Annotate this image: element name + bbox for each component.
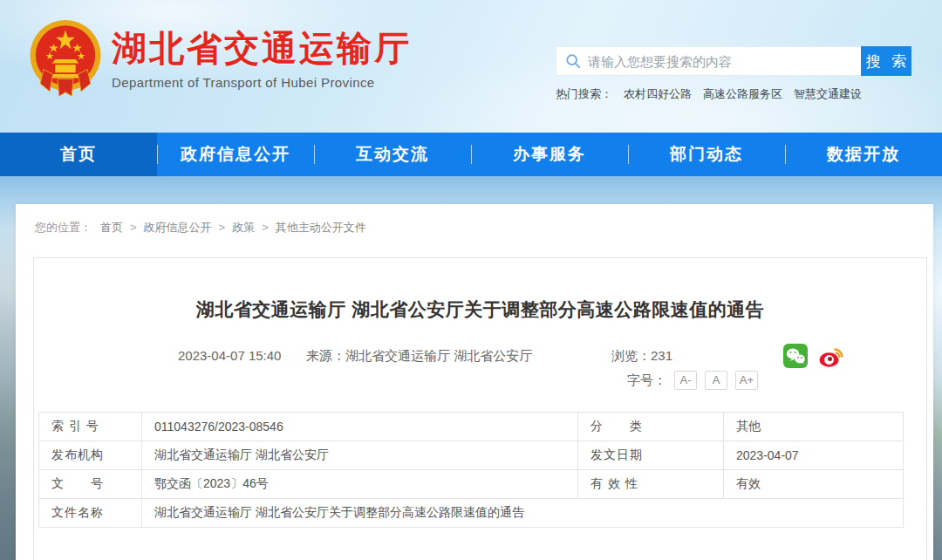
breadcrumb-separator: >: [262, 221, 269, 234]
views-label: 浏览：: [611, 348, 651, 363]
publish-time: 2023-04-07 15:40: [178, 348, 281, 363]
font-size-decrease-button[interactable]: A-: [674, 371, 697, 390]
font-size-control: 字号： A- A A+: [627, 371, 758, 390]
table-row: 文件名称 湖北省交通运输厅 湖北省公安厅关于调整部分高速公路限速值的通告: [39, 499, 904, 528]
hot-search-link[interactable]: 智慧交通建设: [794, 87, 862, 100]
search-button[interactable]: 搜 索: [861, 46, 911, 76]
table-row: 文 号 鄂交函〔2023〕46号 有 效 性 有效: [39, 470, 904, 499]
field-value-index-no: 011043276/2023-08546: [142, 413, 578, 441]
site-title: 湖北省交通运输厅: [112, 29, 412, 67]
content-card: 您的位置：首页>政府信息公开>政策>其他主动公开文件 湖北省交通运输厅 湖北省公…: [16, 204, 933, 560]
breadcrumb-item-gov-info[interactable]: 政府信息公开: [144, 221, 212, 234]
table-row: 索 引 号 011043276/2023-08546 分 类 其他: [39, 413, 904, 441]
nav-item-department-news[interactable]: 部门动态: [628, 133, 785, 176]
search-box: [556, 46, 861, 76]
national-emblem-logo: [26, 17, 105, 99]
field-label-issue-date: 发文日期: [578, 441, 724, 470]
hot-search-link[interactable]: 农村四好公路: [624, 87, 692, 100]
font-size-label: 字号：: [627, 372, 666, 389]
weibo-share-icon[interactable]: [818, 343, 844, 369]
breadcrumb: 您的位置：首页>政府信息公开>政策>其他主动公开文件: [16, 204, 933, 236]
article-meta: 2023-04-07 15:40 来源：湖北省交通运输厅 湖北省公安厅 浏览：2…: [34, 322, 926, 412]
search-area: 搜 索 热门搜索：农村四好公路高速公路服务区智慧交通建设: [556, 46, 913, 102]
field-label-doc-number: 文 号: [39, 470, 142, 499]
nav-item-home[interactable]: 首页: [0, 133, 157, 176]
field-label-index-no: 索 引 号: [39, 413, 142, 441]
document-info-table: 索 引 号 011043276/2023-08546 分 类 其他 发布机构 湖…: [38, 412, 904, 528]
font-size-increase-button[interactable]: A+: [735, 371, 758, 390]
breadcrumb-label: 您的位置：: [35, 221, 92, 234]
article-source: 来源：湖北省交通运输厅 湖北省公安厅: [306, 348, 532, 365]
field-label-doc-name: 文件名称: [39, 499, 142, 528]
field-value-doc-name: 湖北省交通运输厅 湖北省公安厅关于调整部分高速公路限速值的通告: [142, 499, 904, 528]
source-value: 湖北省交通运输厅 湖北省公安厅: [345, 348, 532, 363]
hot-search-label: 热门搜索：: [556, 87, 612, 100]
field-value-category: 其他: [724, 413, 904, 441]
breadcrumb-item-home[interactable]: 首页: [100, 221, 123, 234]
field-value-issuing-agency: 湖北省交通运输厅 湖北省公安厅: [142, 441, 578, 470]
national-emblem-icon: [26, 17, 105, 99]
source-label: 来源：: [306, 348, 345, 363]
field-value-doc-number: 鄂交函〔2023〕46号: [142, 470, 578, 499]
site-subtitle: Department of Transport of Hubei Provinc…: [112, 75, 412, 90]
field-value-validity: 有效: [724, 470, 904, 499]
article-panel: 湖北省交通运输厅 湖北省公安厅关于调整部分高速公路限速值的通告 2023-04-…: [33, 257, 927, 560]
nav-item-interaction[interactable]: 互动交流: [314, 133, 471, 176]
field-label-issuing-agency: 发布机构: [39, 441, 142, 470]
view-count: 浏览：231: [611, 348, 672, 365]
nav-item-services[interactable]: 办事服务: [471, 133, 628, 176]
breadcrumb-item-policy[interactable]: 政策: [232, 221, 255, 234]
share-buttons: [782, 343, 854, 369]
nav-item-open-data[interactable]: 数据开放: [785, 133, 942, 176]
nav-item-gov-info[interactable]: 政府信息公开: [157, 133, 314, 176]
page-background-photo: 您的位置：首页>政府信息公开>政策>其他主动公开文件 湖北省交通运输厅 湖北省公…: [0, 176, 942, 560]
field-label-validity: 有 效 性: [578, 470, 724, 499]
hot-search-link[interactable]: 高速公路服务区: [703, 87, 782, 100]
breadcrumb-separator: >: [130, 221, 137, 234]
table-row: 发布机构 湖北省交通运输厅 湖北省公安厅 发文日期 2023-04-07: [39, 441, 904, 470]
breadcrumb-separator: >: [219, 221, 226, 234]
search-icon: [565, 53, 581, 69]
field-label-category: 分 类: [578, 413, 724, 441]
field-value-issue-date: 2023-04-07: [724, 441, 904, 470]
article-title: 湖北省交通运输厅 湖北省公安厅关于调整部分高速公路限速值的通告: [34, 297, 926, 322]
hot-search-bar: 热门搜索：农村四好公路高速公路服务区智慧交通建设: [556, 86, 913, 102]
font-size-normal-button[interactable]: A: [705, 371, 727, 390]
search-input[interactable]: [588, 48, 861, 74]
wechat-share-icon[interactable]: [782, 343, 809, 369]
main-nav: 首页 政府信息公开 互动交流 办事服务 部门动态 数据开放: [0, 133, 942, 176]
breadcrumb-item-other-docs[interactable]: 其他主动公开文件: [276, 221, 366, 234]
views-value: 231: [651, 348, 672, 363]
site-header: 湖北省交通运输厅 Department of Transport of Hube…: [0, 0, 942, 133]
